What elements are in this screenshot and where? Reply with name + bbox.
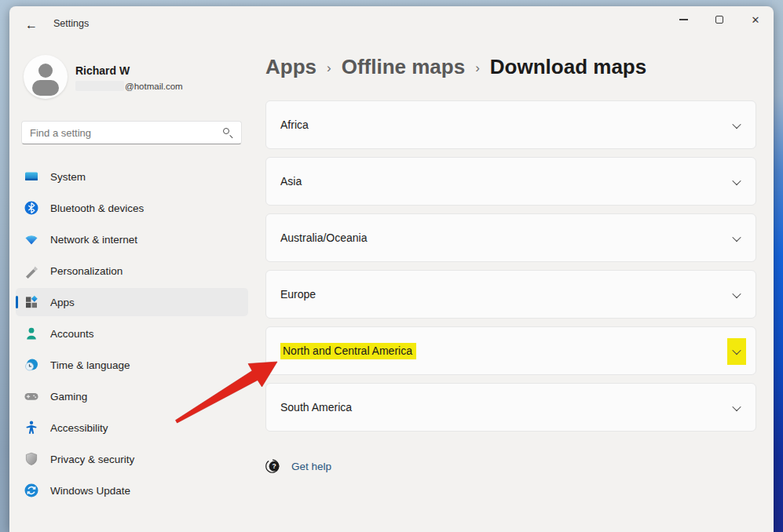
user-name: Richard W [75,64,130,77]
email-domain: @hotmail.com [125,82,183,91]
region-label: Asia [280,175,302,188]
region-label: South America [280,401,352,414]
sidebar-item-label: Personalization [50,265,123,277]
sidebar-item-system[interactable]: System [16,162,248,191]
sidebar-item-label: Gaming [50,391,87,403]
region-label: Africa [280,118,309,131]
system-icon [24,169,39,184]
email-redaction [75,81,124,91]
user-account[interactable]: Richard W @hotmail.com [24,55,243,102]
expand-button[interactable] [727,282,746,308]
region-label-highlighted: North and Central America [280,343,416,359]
sidebar-item-windows-update[interactable]: Windows Update [16,476,248,505]
region-card-south-america[interactable]: South America [265,383,756,432]
user-email: @hotmail.com [75,81,183,91]
person-icon [24,326,39,341]
region-card-europe[interactable]: Europe [265,270,756,319]
chevron-down-icon [732,120,741,129]
help-bubble-icon: ? [265,458,281,474]
expand-button[interactable] [727,169,746,195]
region-card-north-central-america[interactable]: North and Central America [265,326,756,375]
sidebar-item-label: Accessibility [50,422,108,434]
region-card-australia-oceania[interactable]: Australia/Oceania [265,213,756,262]
get-help-label: Get help [291,461,331,472]
desktop-wallpaper-strip [772,0,783,532]
titlebar: ← Settings ✕ [9,6,774,44]
get-help-link[interactable]: ? Get help [265,458,331,474]
svg-text:?: ? [272,462,276,470]
sidebar-item-time-language[interactable]: Time & language [16,351,248,379]
breadcrumb-apps[interactable]: Apps [265,55,316,79]
chevron-down-icon [732,290,741,298]
maximize-button[interactable] [701,6,737,33]
window-title: Settings [53,18,89,29]
sidebar-item-label: Privacy & security [50,454,134,465]
minimize-icon [679,19,688,20]
chevron-down-icon [732,346,741,355]
sidebar-nav: System Bluetooth & devices Network & int… [16,162,248,508]
breadcrumb-separator-icon: › [327,60,331,76]
back-arrow-icon: ← [25,18,38,32]
sidebar-item-label: Apps [50,297,75,308]
accessibility-person-icon [24,420,39,435]
search-icon [222,127,233,138]
update-arrows-icon [24,483,39,498]
clock-globe-icon [24,357,39,373]
chevron-down-icon [732,233,741,242]
sidebar-item-label: Network & internet [50,234,137,246]
minimize-button[interactable] [665,6,701,33]
search-input[interactable]: Find a setting [21,121,242,144]
expand-button[interactable] [727,112,746,139]
main-content: Apps › Offline maps › Download maps Afri… [263,44,774,532]
sidebar-item-label: Accounts [50,328,94,340]
sidebar-item-label: Bluetooth & devices [50,202,144,214]
region-card-africa[interactable]: Africa [265,100,756,149]
chevron-down-icon [732,177,741,185]
paintbrush-icon [24,263,39,279]
sidebar-item-label: Windows Update [50,485,130,497]
sidebar-item-accessibility[interactable]: Accessibility [16,414,248,442]
sidebar-item-apps[interactable]: Apps [16,288,248,316]
page-title: Download maps [490,55,646,79]
region-label: Europe [280,288,316,301]
sidebar-item-network-internet[interactable]: Network & internet [16,225,248,253]
sidebar-item-personalization[interactable]: Personalization [16,257,248,285]
breadcrumb: Apps › Offline maps › Download maps [265,55,646,79]
breadcrumb-separator-icon: › [475,60,480,76]
wifi-icon [24,231,39,247]
breadcrumb-offline-maps[interactable]: Offline maps [342,55,465,79]
back-button[interactable]: ← [17,14,46,36]
expand-button[interactable] [727,225,746,252]
maximize-icon [715,16,723,24]
sidebar-item-privacy-security[interactable]: Privacy & security [16,445,248,473]
close-icon: ✕ [752,15,760,25]
gamepad-icon [24,388,39,404]
bluetooth-icon [24,200,39,216]
avatar [24,55,68,99]
sidebar-item-label: System [50,171,86,183]
sidebar-item-gaming[interactable]: Gaming [16,382,248,410]
shield-icon [24,451,39,467]
chevron-down-icon [732,403,741,411]
expand-button[interactable] [727,395,746,421]
apps-icon [24,294,39,310]
sidebar-item-bluetooth-devices[interactable]: Bluetooth & devices [16,194,248,222]
search-placeholder: Find a setting [30,127,222,139]
sidebar-item-accounts[interactable]: Accounts [16,319,248,348]
sidebar-item-label: Time & language [50,359,130,371]
region-card-asia[interactable]: Asia [265,157,756,206]
sidebar: Richard W @hotmail.com Find a setting Sy… [9,44,254,532]
expand-button[interactable] [727,338,746,365]
close-button[interactable]: ✕ [737,6,774,33]
region-list: Africa Asia Australia/Oceania Europe Nor… [265,100,756,439]
settings-window: ← Settings ✕ Richard W @hotmail.com Find… [9,6,774,532]
region-label: Australia/Oceania [280,231,368,244]
